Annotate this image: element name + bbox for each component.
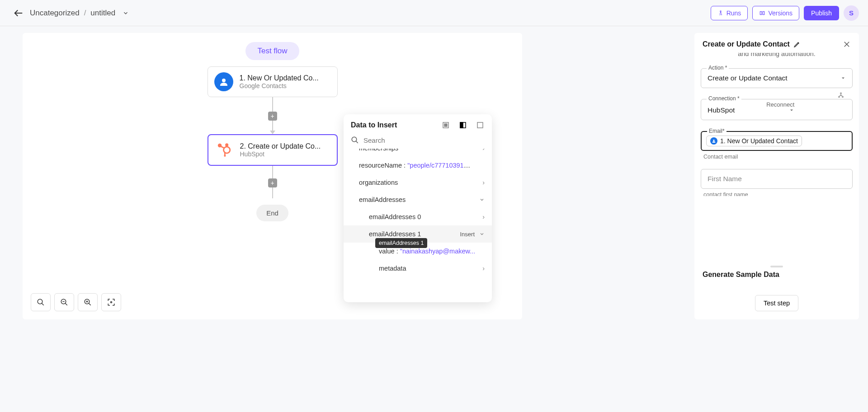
node-subtitle: Google Contacts (240, 82, 331, 89)
user-avatar[interactable]: S (844, 5, 859, 21)
svg-line-19 (89, 303, 91, 305)
hubspot-icon (215, 140, 234, 159)
tree-item-email-addresses-1[interactable]: emailAddresses 1 Insert emailAddresses 1 (344, 225, 492, 243)
arrow-down-icon (270, 131, 275, 134)
app-header: Uncategorized / untitled Runs Versions P… (0, 0, 868, 26)
test-flow-button[interactable]: Test flow (245, 42, 299, 60)
connection-content: Reconnect HubSpot (708, 105, 794, 114)
back-arrow-icon[interactable] (14, 8, 24, 18)
tree-label: memberships (359, 149, 398, 152)
connection-wrap: Connection * Reconnect HubSpot (701, 99, 853, 120)
tree-item-email-addresses-0[interactable]: emailAddresses 0 › (344, 208, 492, 225)
popover-header: Data to Insert (344, 114, 492, 133)
tree-item-value[interactable]: value : "nainakashyap@makew... (344, 243, 492, 260)
runs-label: Runs (726, 9, 741, 17)
firstname-field[interactable]: First Name (701, 169, 853, 189)
svg-point-32 (842, 96, 844, 98)
add-step-button[interactable]: + (268, 112, 277, 121)
svg-line-12 (42, 303, 44, 305)
node-text: 2. Create or Update Co... HubSpot (240, 142, 330, 158)
data-tree[interactable]: memberships › resourceName : "people/c77… (344, 149, 492, 302)
chevron-down-icon[interactable] (479, 231, 485, 237)
zoom-reset-button[interactable] (31, 293, 51, 311)
generate-sample-heading[interactable]: Generate Sample Data (703, 271, 851, 279)
email-helper: Contact email (701, 154, 853, 160)
zoom-out-button[interactable] (54, 293, 74, 311)
svg-line-15 (65, 303, 67, 305)
tree-kv: value : "nainakashyap@makew... (379, 248, 475, 255)
edit-icon[interactable] (793, 41, 801, 48)
action-field[interactable]: Action * Create or Update Contact (701, 68, 853, 88)
connector-line (272, 166, 273, 178)
firstname-helper: contact first name (701, 192, 853, 196)
tree-icon[interactable] (837, 92, 844, 99)
publish-button[interactable]: Publish (804, 6, 839, 20)
view-full-icon[interactable] (476, 121, 485, 130)
connector: + (268, 97, 277, 134)
firstname-placeholder: First Name (701, 169, 852, 188)
tree-item-memberships[interactable]: memberships › (344, 149, 492, 157)
tree-label: emailAddresses 0 (369, 213, 421, 220)
header-left: Uncategorized / untitled (14, 8, 129, 18)
fit-view-button[interactable] (101, 293, 121, 311)
versions-button[interactable]: Versions (752, 6, 799, 20)
panel-title: Create or Update Contact (703, 40, 801, 48)
tree-item-organizations[interactable]: organizations › (344, 174, 492, 191)
panel-body[interactable]: and marketing automation. Action * Creat… (694, 53, 859, 265)
tree-item-metadata[interactable]: metadata › (344, 260, 492, 277)
google-contacts-icon (214, 72, 233, 91)
svg-rect-2 (763, 11, 765, 14)
node-title: 1. New Or Updated Co... (240, 74, 331, 82)
flow-node-action[interactable]: 2. Create or Update Co... HubSpot (208, 134, 338, 166)
email-field[interactable]: Email* 1. New Or Updated Contact (701, 131, 853, 151)
svg-point-20 (111, 302, 112, 303)
breadcrumb-category[interactable]: Uncategorized (30, 9, 80, 18)
flow-node-trigger[interactable]: 1. New Or Updated Co... Google Contacts (208, 66, 338, 97)
svg-point-3 (222, 79, 226, 82)
svg-point-0 (720, 10, 721, 11)
connector-line (272, 187, 273, 198)
zoom-in-button[interactable] (78, 293, 98, 311)
chevron-right-icon: › (482, 179, 485, 186)
add-step-button[interactable]: + (268, 178, 277, 187)
node-title: 2. Create or Update Co... (240, 142, 330, 150)
field-label: Connection * (707, 95, 741, 102)
data-insert-popover: Data to Insert memberships › resourceNam… (344, 114, 492, 302)
node-subtitle: HubSpot (240, 150, 330, 158)
svg-point-4 (223, 147, 230, 153)
svg-point-33 (713, 140, 714, 141)
connection-field[interactable]: Connection * Reconnect HubSpot (701, 99, 853, 120)
tree-item-resource-name[interactable]: resourceName : "people/c777103913... (344, 157, 492, 174)
svg-rect-1 (760, 11, 762, 14)
test-step-button[interactable]: Test step (755, 295, 798, 311)
integration-description: and marketing automation. (701, 53, 853, 57)
panel-header: Create or Update Contact (694, 33, 859, 53)
insert-action[interactable]: Insert (460, 231, 475, 238)
header-right: Runs Versions Publish S (711, 5, 859, 21)
google-contacts-icon (710, 137, 717, 145)
data-chip[interactable]: 1. New Or Updated Contact (706, 136, 802, 146)
connection-value: HubSpot (708, 106, 735, 114)
tree-kv: resourceName : "people/c777103913... (359, 162, 472, 169)
dropdown-icon[interactable] (789, 108, 794, 113)
dropdown-icon[interactable] (840, 75, 846, 81)
tree-label: emailAddresses 1 (369, 230, 421, 238)
close-icon[interactable] (843, 40, 851, 48)
breadcrumb-name[interactable]: untitled (90, 9, 115, 18)
chevron-right-icon: › (482, 265, 485, 272)
svg-line-27 (356, 141, 358, 143)
chevron-right-icon: › (482, 149, 485, 152)
runs-button[interactable]: Runs (711, 6, 748, 20)
view-compact-icon[interactable] (441, 121, 450, 130)
connector-line (272, 97, 273, 112)
breadcrumb-separator: / (84, 9, 86, 18)
tree-label: metadata (379, 265, 406, 272)
tree-item-email-addresses[interactable]: emailAddresses (344, 191, 492, 208)
search-input[interactable] (363, 136, 485, 144)
view-split-icon[interactable] (458, 121, 467, 130)
chevron-down-icon[interactable] (123, 10, 129, 16)
panel-title-text: Create or Update Contact (703, 40, 790, 48)
svg-point-11 (38, 299, 42, 304)
panel-footer: Generate Sample Data Test step (694, 268, 859, 319)
tree-label: emailAddresses (359, 196, 406, 203)
